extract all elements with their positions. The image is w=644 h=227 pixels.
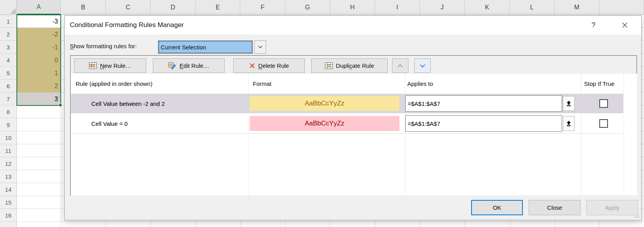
cell-A14[interactable] (17, 183, 61, 196)
row-header-4[interactable]: 4 (0, 54, 17, 67)
cell-A11[interactable] (17, 144, 61, 157)
cell-A4[interactable]: 0 (17, 54, 61, 67)
duplicate-rule-label: Duplicate Rule (336, 62, 374, 69)
sheet-row-partial (0, 222, 644, 227)
header-stop-if-true: Stop If True (584, 74, 615, 93)
format-preview-swatch[interactable]: AaBbCcYyZz (250, 96, 399, 111)
delete-rule-button[interactable]: Delete Rule (233, 58, 305, 73)
chevron-down-icon (420, 64, 425, 68)
dialog-title: Conditional Formatting Rules Manager (70, 16, 184, 35)
row-header-13[interactable]: 13 (0, 170, 17, 183)
edit-rule-button[interactable]: Edit Rule… (153, 58, 225, 73)
column-header-K[interactable]: K (465, 0, 510, 15)
selection-fill-handle[interactable] (59, 104, 62, 107)
cell-A6[interactable]: 2 (17, 80, 61, 93)
row-header-3[interactable]: 3 (0, 41, 17, 54)
apply-button: Apply (586, 200, 638, 215)
stop-if-true-checkbox[interactable] (599, 99, 608, 108)
cell-A1[interactable]: -3 (17, 15, 61, 28)
cell-A7[interactable]: 3 (17, 93, 61, 105)
row-header-16[interactable]: 16 (0, 209, 17, 222)
rule-description: Cell Value between -2 and 2 (91, 94, 165, 113)
scope-combobox[interactable]: Current Selection (158, 40, 266, 54)
table-icon (325, 62, 333, 69)
close-dialog-button[interactable]: Close (529, 200, 581, 215)
column-separator (624, 74, 624, 195)
applies-to-input[interactable] (405, 95, 562, 112)
table-pencil-icon (168, 62, 176, 69)
row-header-14[interactable]: 14 (0, 183, 17, 196)
scope-selected-value[interactable]: Current Selection (158, 40, 253, 54)
column-separator (248, 74, 249, 195)
collapse-dialog-arrow-icon (566, 120, 572, 127)
column-header-D[interactable]: D (151, 0, 196, 15)
ok-button[interactable]: OK (471, 200, 523, 215)
column-header-partial[interactable] (599, 0, 644, 15)
help-icon: ? (591, 21, 595, 29)
cell-A13[interactable] (17, 170, 61, 183)
row-header-9[interactable]: 9 (0, 118, 17, 131)
cell-A10[interactable] (17, 131, 61, 144)
row-header-7[interactable]: 7 (0, 93, 17, 105)
chevron-up-icon (397, 64, 403, 68)
cell-A5[interactable]: 1 (17, 67, 61, 80)
new-rule-button[interactable]: New Rule… (74, 58, 146, 73)
column-header-E[interactable]: E (196, 0, 240, 15)
column-separator (581, 74, 581, 195)
table-icon (89, 62, 97, 69)
select-all-corner[interactable] (0, 0, 17, 15)
header-rule: Rule (applied in order shown) (76, 74, 152, 93)
column-separator (405, 74, 405, 195)
row-header-8[interactable]: 8 (0, 105, 17, 118)
row-header-1[interactable]: 1 (0, 15, 17, 28)
header-format: Format (253, 74, 272, 93)
stop-if-true-checkbox[interactable] (599, 119, 608, 128)
close-icon (622, 22, 628, 28)
rule-row-1[interactable]: Cell Value between -2 and 2 AaBbCcYyZz (71, 94, 623, 113)
close-button[interactable] (617, 16, 633, 35)
row-header-12[interactable]: 12 (0, 157, 17, 170)
range-picker-button[interactable] (563, 116, 575, 131)
corner-triangle-icon (10, 8, 16, 14)
header-applies-to: Applies to (407, 74, 433, 93)
cell-A[interactable] (17, 222, 61, 227)
row-header-5[interactable]: 5 (0, 67, 17, 80)
column-header-B[interactable]: B (61, 0, 106, 15)
column-header-C[interactable]: C (106, 0, 151, 15)
column-header-F[interactable]: F (240, 0, 285, 15)
row-header-2[interactable]: 2 (0, 28, 17, 41)
combo-dropdown-button[interactable] (254, 40, 266, 54)
resize-grip[interactable] (634, 212, 639, 218)
column-header-A[interactable]: A (17, 0, 61, 15)
rule-description: Cell Value = 0 (91, 114, 128, 133)
move-rule-down-button[interactable] (414, 58, 431, 73)
row-header-10[interactable]: 10 (0, 131, 17, 144)
cell-A12[interactable] (17, 157, 61, 170)
row-header-6[interactable]: 6 (0, 80, 17, 93)
cell-A8[interactable] (17, 105, 61, 118)
rule-row-2[interactable]: Cell Value = 0 AaBbCcYyZz (71, 114, 623, 133)
cell-A15[interactable] (17, 196, 61, 209)
column-header-L[interactable]: L (510, 0, 555, 15)
column-header-I[interactable]: I (375, 0, 420, 15)
help-button[interactable]: ? (588, 16, 599, 35)
column-header-J[interactable]: J (420, 0, 465, 15)
cell-A3[interactable]: -1 (17, 41, 61, 54)
applies-to-input[interactable] (405, 115, 562, 132)
row-header-11[interactable]: 11 (0, 144, 17, 157)
duplicate-rule-button[interactable]: Duplicate Rule (311, 58, 388, 73)
cell-A9[interactable] (17, 118, 61, 131)
move-rule-up-button[interactable] (392, 58, 408, 73)
range-picker-button[interactable] (563, 96, 575, 111)
conditional-formatting-rules-manager-dialog: Conditional Formatting Rules Manager ? S… (64, 15, 642, 220)
column-header-G[interactable]: G (285, 0, 330, 15)
column-header-H[interactable]: H (330, 0, 375, 15)
column-header-M[interactable]: M (555, 0, 599, 15)
format-preview-swatch[interactable]: AaBbCcYyZz (250, 116, 399, 131)
cell-A2[interactable]: -2 (17, 28, 61, 41)
new-rule-label: New Rule… (100, 62, 131, 69)
rules-list: Rule (applied in order shown) Format App… (71, 74, 637, 195)
cell-A16[interactable] (17, 209, 61, 222)
row-header-15[interactable]: 15 (0, 196, 17, 209)
row-header-partial[interactable] (0, 222, 17, 227)
